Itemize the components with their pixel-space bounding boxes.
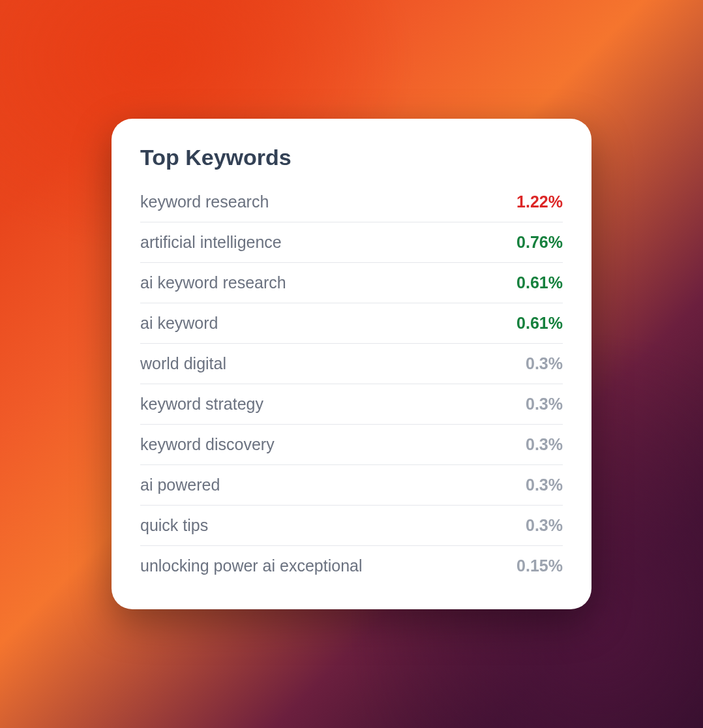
- keyword-label: ai keyword: [140, 314, 218, 333]
- keyword-value: 0.3%: [526, 354, 563, 373]
- keyword-value: 0.76%: [516, 233, 563, 252]
- keyword-row: keyword research 1.22%: [140, 182, 563, 222]
- keyword-value: 1.22%: [516, 192, 563, 211]
- keyword-row: ai keyword 0.61%: [140, 303, 563, 344]
- keyword-value: 0.3%: [526, 476, 563, 494]
- keyword-value: 0.61%: [516, 273, 563, 292]
- keyword-label: unlocking power ai exceptional: [140, 556, 363, 575]
- keyword-label: artificial intelligence: [140, 233, 282, 252]
- keyword-value: 0.3%: [526, 516, 563, 535]
- keyword-value: 0.15%: [516, 556, 563, 575]
- keyword-row: keyword strategy 0.3%: [140, 384, 563, 425]
- keyword-row: ai keyword research 0.61%: [140, 263, 563, 303]
- keyword-label: keyword strategy: [140, 395, 263, 414]
- top-keywords-card: Top Keywords keyword research 1.22% arti…: [112, 119, 591, 609]
- keyword-row: unlocking power ai exceptional 0.15%: [140, 546, 563, 586]
- keyword-value: 0.61%: [516, 314, 563, 333]
- keyword-value: 0.3%: [526, 435, 563, 454]
- keyword-value: 0.3%: [526, 395, 563, 414]
- keyword-label: quick tips: [140, 516, 208, 535]
- keyword-row: world digital 0.3%: [140, 344, 563, 384]
- keyword-row: quick tips 0.3%: [140, 506, 563, 546]
- keyword-label: ai powered: [140, 476, 220, 494]
- keyword-row: artificial intelligence 0.76%: [140, 222, 563, 263]
- keyword-label: world digital: [140, 354, 226, 373]
- keyword-label: ai keyword research: [140, 273, 286, 292]
- keyword-label: keyword research: [140, 192, 269, 211]
- keyword-label: keyword discovery: [140, 435, 275, 454]
- keyword-row: ai powered 0.3%: [140, 465, 563, 506]
- keyword-row: keyword discovery 0.3%: [140, 425, 563, 465]
- keyword-list: keyword research 1.22% artificial intell…: [140, 182, 563, 586]
- card-title: Top Keywords: [140, 145, 563, 170]
